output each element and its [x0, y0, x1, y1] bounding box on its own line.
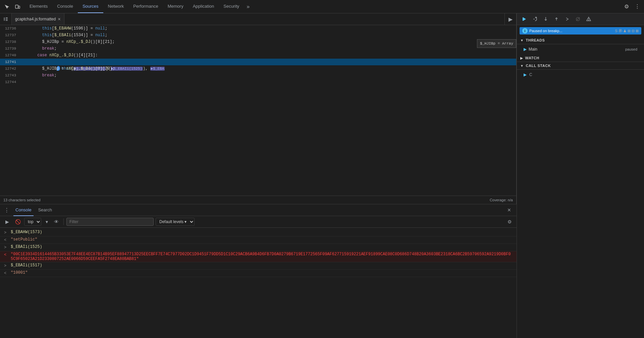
- console-settings-icon[interactable]: ⚙: [505, 217, 514, 226]
- variable-tooltip: $_HJIBp = Array: [477, 39, 516, 48]
- file-tab-gcaptcha[interactable]: gcaptcha4.js:formatted ×: [12, 13, 64, 25]
- code-line-12743: 12743 break;: [0, 72, 516, 79]
- code-line-12740: 12740 case nXCp_.$_DJ()[4][21]:: [0, 52, 516, 59]
- left-panel: gcaptcha4.js:formatted × ▶ 12736 this[$_…: [0, 13, 517, 338]
- console-section: ⋮ Console Search × ▶ 🚫 top ▾ 👁 Default l…: [0, 204, 517, 338]
- info-icon: i: [522, 28, 528, 33]
- callstack-content: ▶ C: [517, 70, 644, 80]
- watch-section-header[interactable]: ▶ Watch: [517, 54, 644, 62]
- svg-rect-7: [523, 17, 523, 21]
- tab-security[interactable]: Security: [219, 0, 244, 13]
- tab-application[interactable]: Application: [188, 0, 219, 13]
- filter-input[interactable]: [66, 218, 154, 226]
- execute-icon[interactable]: ▶: [3, 217, 11, 226]
- svg-rect-5: [6, 20, 8, 21]
- step-btn[interactable]: [562, 14, 572, 24]
- console-entry-3: > $_EBAIi(1525): [0, 244, 517, 251]
- pause-text: Paused on breakp...: [529, 29, 562, 33]
- entry-arrow-6: <: [4, 271, 9, 276]
- entry-arrow-5: >: [4, 264, 9, 268]
- console-entry-6: < "10001": [0, 270, 517, 277]
- devtools-top-bar: Elements Console Sources Network Perform…: [0, 0, 644, 13]
- step-over-btn[interactable]: [530, 14, 540, 24]
- entry-arrow-2: <: [4, 238, 9, 243]
- run-snippet-icon[interactable]: ▶: [504, 13, 516, 25]
- console-output[interactable]: > $_EBAHW(1573) < "setPublic" > $_EBAIi(…: [0, 228, 517, 338]
- svg-rect-1: [18, 6, 20, 8]
- tab-performance[interactable]: Performance: [128, 0, 163, 13]
- close-console-icon[interactable]: ×: [504, 205, 514, 215]
- svg-rect-3: [6, 17, 8, 18]
- code-line-12738: 12738 $_HJIBp = nXCp_.$_DJ()[8][21]; $_H…: [0, 39, 516, 45]
- clear-console-icon[interactable]: 🚫: [13, 217, 22, 226]
- code-lines: 12736 this[$_EBAHW(1596)] = null; 12737 …: [0, 25, 516, 196]
- code-line-12739: 12739 break;: [0, 45, 516, 52]
- code-editor[interactable]: 12736 this[$_EBAHW(1596)] = null; 12737 …: [0, 25, 516, 196]
- resume-btn[interactable]: [520, 14, 529, 24]
- tab-console-bottom[interactable]: Console: [13, 204, 34, 216]
- console-drawer-icon[interactable]: ⋮: [3, 206, 11, 214]
- svg-point-16: [589, 20, 589, 20]
- pause-exceptions-btn[interactable]: [584, 14, 593, 24]
- levels-select[interactable]: Default levels ▾: [156, 218, 195, 226]
- console-entry-1: > $_EBAHW(1573): [0, 229, 517, 236]
- more-tabs-icon[interactable]: »: [244, 4, 252, 10]
- more-options-icon[interactable]: ⋮: [633, 2, 642, 11]
- tab-search-bottom[interactable]: Search: [36, 204, 54, 216]
- console-entry-5: > $_EBAIi(1517): [0, 262, 517, 270]
- callstack-section-header[interactable]: ▼ Call Stack: [517, 62, 644, 70]
- svg-marker-6: [523, 17, 526, 21]
- selection-status: 13 characters selected: [3, 198, 41, 202]
- main-body: gcaptcha4.js:formatted × ▶ 12736 this[$_…: [0, 13, 644, 338]
- code-line-12744: 12744: [0, 79, 516, 85]
- thread-item-main: ▶ Main paused: [517, 46, 644, 53]
- threads-chevron: ▼: [520, 39, 524, 42]
- cursor-icon[interactable]: [2, 2, 11, 11]
- code-line-12736: 12736 this[$_EBAHW(1596)] = null;: [0, 25, 516, 32]
- device-toggle-icon[interactable]: [13, 2, 22, 11]
- top-right-icons: ⚙ ⋮: [622, 2, 642, 11]
- sidebar-toggle-icon[interactable]: [0, 13, 12, 25]
- eye-icon[interactable]: 👁: [52, 217, 61, 226]
- watch-chevron: ▶: [520, 56, 523, 60]
- thread-status: paused: [625, 47, 637, 51]
- svg-rect-0: [15, 5, 18, 8]
- threads-section-header[interactable]: ▼ Threads: [517, 37, 644, 44]
- code-line-12737: 12737 this[$_EBAIi(1534)] = null;: [0, 32, 516, 39]
- file-tab-close[interactable]: ×: [58, 16, 60, 22]
- code-line-12741: 12741 this[▶$_EBAHW(1573)](▶$_EBAIi(1525…: [0, 59, 516, 65]
- context-select[interactable]: top: [24, 218, 41, 226]
- step-into-btn[interactable]: [541, 14, 550, 24]
- svg-rect-2: [4, 17, 5, 21]
- deactivate-breakpoints-btn[interactable]: [573, 14, 583, 24]
- file-tab-name: gcaptcha4.js:formatted: [15, 17, 56, 21]
- main-nav-tabs: Elements Console Sources Network Perform…: [25, 0, 622, 13]
- dropdown-arrow-icon[interactable]: ▾: [43, 218, 50, 225]
- threads-label: Threads: [526, 38, 545, 42]
- console-tabs-bar: ⋮ Console Search ×: [0, 204, 517, 216]
- step-out-btn[interactable]: [552, 14, 561, 24]
- callstack-label: Call Stack: [526, 64, 551, 68]
- top-left-icons: [2, 2, 22, 11]
- watch-label: Watch: [525, 56, 539, 60]
- debugger-toolbar: [517, 13, 644, 25]
- tab-console[interactable]: Console: [52, 0, 78, 13]
- tab-elements[interactable]: Elements: [25, 0, 52, 13]
- pause-indicator: i Paused on breakp... S 界·♟ ⊞ ⊟ ⊠: [520, 27, 641, 35]
- file-tabs: gcaptcha4.js:formatted × ▶: [0, 13, 516, 25]
- console-toolbar: ▶ 🚫 top ▾ 👁 Default levels ▾ ⚙: [0, 216, 517, 228]
- callstack-item: ▶ C: [517, 71, 644, 78]
- entry-arrow-1: >: [4, 230, 9, 235]
- callstack-chevron: ▼: [520, 64, 524, 68]
- callstack-item-arrow: ▶: [524, 72, 527, 77]
- tab-network[interactable]: Network: [103, 0, 129, 13]
- thread-name-label: Main: [529, 47, 537, 52]
- settings-icon[interactable]: ⚙: [622, 2, 631, 11]
- console-entry-2: < "setPublic": [0, 236, 517, 244]
- entry-arrow-3: >: [4, 245, 9, 250]
- tab-sources[interactable]: Sources: [78, 0, 103, 13]
- status-bar: 13 characters selected Coverage: n/a: [0, 196, 516, 204]
- tab-memory[interactable]: Memory: [163, 0, 188, 13]
- entry-arrow-4: <: [4, 253, 9, 257]
- debugger-panel: i Paused on breakp... S 界·♟ ⊞ ⊟ ⊠ ▼ Thre…: [517, 13, 644, 338]
